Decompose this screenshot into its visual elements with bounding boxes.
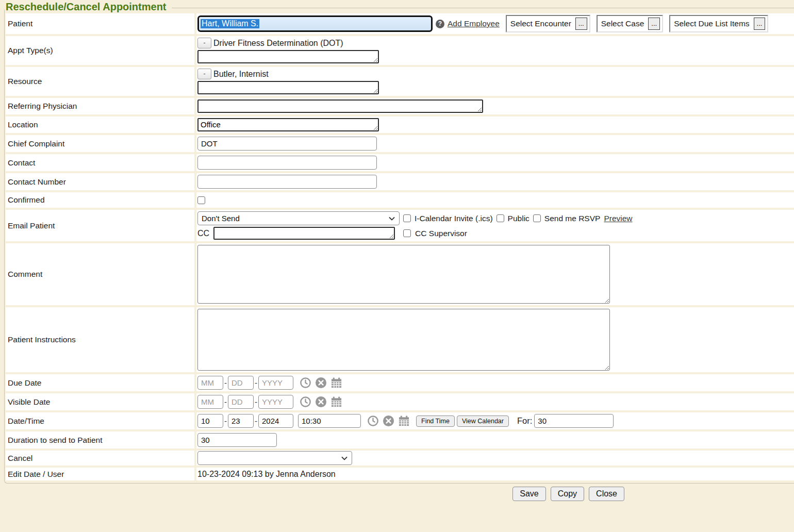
contact-number-label: Contact Number bbox=[6, 173, 194, 190]
patient-instructions-input[interactable] bbox=[197, 309, 610, 371]
date-separator: - bbox=[224, 417, 227, 425]
for-duration-input[interactable] bbox=[534, 414, 614, 428]
location-input[interactable]: Office bbox=[197, 118, 379, 131]
page-title: Reschedule/Cancel Appointment bbox=[5, 1, 172, 13]
chief-complaint-label: Chief Complaint bbox=[6, 135, 194, 152]
view-calendar-button[interactable]: View Calendar bbox=[457, 415, 509, 427]
edit-date-user-row: Edit Date / User 10-23-2024 09:13 by Jen… bbox=[6, 468, 794, 480]
referring-physician-row: Referring Physician bbox=[6, 98, 794, 114]
cancel-select[interactable] bbox=[197, 451, 352, 465]
select-due-list-items-button[interactable]: ... bbox=[754, 18, 766, 30]
appt-type-search-input[interactable] bbox=[197, 50, 379, 63]
date-separator: - bbox=[224, 397, 227, 406]
patient-input[interactable]: Hart, William S. bbox=[197, 15, 433, 32]
due-date-year-input[interactable] bbox=[258, 376, 293, 390]
date-separator: - bbox=[255, 417, 257, 425]
edit-date-user-label: Edit Date / User bbox=[6, 468, 194, 480]
cc-supervisor-checkbox[interactable] bbox=[403, 229, 411, 237]
referring-physician-label: Referring Physician bbox=[6, 98, 194, 114]
resource-search-input[interactable] bbox=[197, 81, 379, 94]
email-send-select[interactable]: Don't Send bbox=[197, 211, 400, 225]
footer-actions: Save Copy Close bbox=[0, 487, 624, 501]
add-employee-link[interactable]: Add Employee bbox=[448, 19, 500, 28]
select-case-button[interactable]: ... bbox=[648, 18, 660, 30]
select-case-label: Select Case bbox=[601, 19, 644, 28]
help-icon[interactable]: ? bbox=[436, 20, 444, 28]
visible-date-label: Visible Date bbox=[6, 393, 194, 410]
email-patient-row: Email Patient Don't Send I-Calendar Invi… bbox=[6, 210, 794, 241]
calendar-icon[interactable] bbox=[330, 377, 342, 389]
comment-input[interactable] bbox=[197, 245, 610, 304]
duration-input[interactable] bbox=[197, 433, 277, 447]
resource-label: Resource bbox=[6, 67, 194, 96]
select-encounter-label: Select Encounter bbox=[510, 19, 571, 28]
clear-date-icon[interactable] bbox=[315, 377, 327, 389]
ical-invite-checkbox[interactable] bbox=[403, 214, 411, 222]
clock-icon[interactable] bbox=[300, 396, 311, 408]
time-input[interactable] bbox=[298, 414, 361, 428]
chief-complaint-row: Chief Complaint bbox=[6, 135, 794, 152]
due-date-month-input[interactable] bbox=[197, 376, 223, 390]
ical-invite-label: I-Calendar Invite (.ics) bbox=[415, 214, 493, 223]
patient-row: Patient Hart, William S. ? Add Employee … bbox=[6, 13, 794, 34]
contact-input[interactable] bbox=[197, 156, 377, 170]
reschedule-cancel-panel: Reschedule/Cancel Appointment Patient Ha… bbox=[4, 8, 794, 484]
contact-row: Contact bbox=[6, 154, 794, 171]
date-time-label: Date/Time bbox=[6, 412, 194, 429]
visible-date-row: Visible Date - - bbox=[6, 393, 794, 410]
appt-types-row: Appt Type(s) - Driver Fitness Determinat… bbox=[6, 36, 794, 65]
clock-icon[interactable] bbox=[367, 415, 379, 427]
duration-row: Duration to send to Patient bbox=[6, 431, 794, 448]
cancel-row: Cancel bbox=[6, 451, 794, 466]
visible-date-month-input[interactable] bbox=[197, 395, 223, 409]
appt-types-label: Appt Type(s) bbox=[6, 36, 194, 65]
chief-complaint-input[interactable] bbox=[197, 137, 377, 151]
calendar-icon[interactable] bbox=[398, 415, 410, 427]
save-button[interactable]: Save bbox=[512, 487, 545, 501]
remove-resource-button[interactable]: - bbox=[197, 69, 211, 79]
duration-label: Duration to send to Patient bbox=[6, 431, 194, 448]
resource-row: Resource - Butler, Internist bbox=[6, 67, 794, 96]
date-separator: - bbox=[255, 378, 257, 387]
date-time-row: Date/Time - - Find Time View Calendar Fo… bbox=[6, 412, 794, 429]
date-year-input[interactable] bbox=[258, 414, 293, 428]
cc-label: CC bbox=[197, 229, 209, 238]
contact-number-input[interactable] bbox=[197, 175, 377, 189]
copy-button[interactable]: Copy bbox=[551, 487, 584, 501]
location-row: Location Office bbox=[6, 117, 794, 133]
date-month-input[interactable] bbox=[197, 414, 223, 428]
patient-instructions-label: Patient Instructions bbox=[6, 307, 194, 372]
select-due-list-items-group: Select Due List Items ... bbox=[669, 15, 768, 32]
send-me-rsvp-checkbox[interactable] bbox=[533, 214, 541, 222]
due-date-label: Due Date bbox=[6, 374, 194, 391]
confirmed-row: Confirmed bbox=[6, 192, 794, 208]
public-checkbox[interactable] bbox=[497, 214, 504, 222]
preview-link[interactable]: Preview bbox=[604, 214, 632, 223]
remove-appt-type-button[interactable]: - bbox=[197, 38, 211, 48]
cancel-label: Cancel bbox=[6, 451, 194, 466]
calendar-icon[interactable] bbox=[330, 396, 342, 408]
edit-date-user-value: 10-23-2024 09:13 by Jenna Anderson bbox=[197, 470, 336, 479]
date-separator: - bbox=[224, 378, 227, 387]
cc-input[interactable] bbox=[213, 227, 395, 240]
clear-date-icon[interactable] bbox=[315, 396, 327, 408]
clear-date-icon[interactable] bbox=[383, 415, 394, 427]
due-date-day-input[interactable] bbox=[228, 376, 254, 390]
for-label: For: bbox=[517, 416, 532, 426]
patient-instructions-row: Patient Instructions bbox=[6, 307, 794, 372]
chevron-down-icon bbox=[341, 456, 348, 460]
confirmed-label: Confirmed bbox=[6, 192, 194, 208]
send-me-rsvp-label: Send me RSVP bbox=[544, 214, 601, 223]
select-encounter-button[interactable]: ... bbox=[575, 18, 587, 30]
contact-label: Contact bbox=[6, 154, 194, 171]
close-button[interactable]: Close bbox=[589, 487, 624, 501]
find-time-button[interactable]: Find Time bbox=[416, 415, 455, 427]
patient-input-selected-text: Hart, William S. bbox=[201, 19, 259, 28]
chevron-down-icon bbox=[389, 217, 395, 221]
date-day-input[interactable] bbox=[228, 414, 254, 428]
confirmed-checkbox[interactable] bbox=[197, 196, 205, 204]
referring-physician-input[interactable] bbox=[197, 99, 483, 113]
visible-date-year-input[interactable] bbox=[258, 395, 293, 409]
clock-icon[interactable] bbox=[300, 377, 311, 389]
visible-date-day-input[interactable] bbox=[228, 395, 254, 409]
